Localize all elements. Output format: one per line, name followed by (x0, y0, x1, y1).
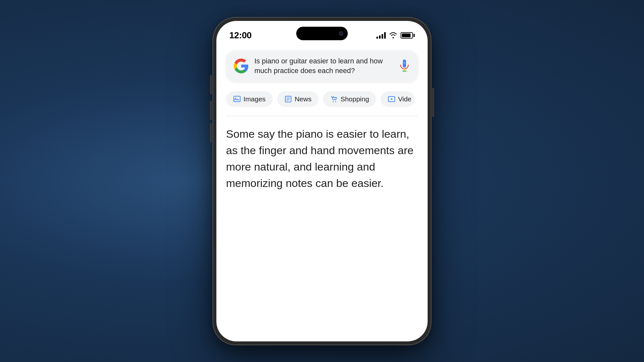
phone-wrapper: 12:00 (213, 17, 431, 345)
phone-frame: 12:00 (213, 17, 431, 345)
svg-marker-10 (391, 98, 393, 100)
svg-point-7 (333, 101, 334, 102)
camera-dot (339, 31, 343, 36)
content-area: Is piano or guitar easier to learn and h… (216, 44, 428, 341)
filter-tabs: Images News (226, 91, 418, 107)
tab-shopping[interactable]: Shopping (323, 91, 376, 107)
mic-icon[interactable] (398, 59, 411, 73)
dynamic-island (296, 27, 348, 40)
signal-icon (376, 32, 386, 39)
svg-point-2 (235, 98, 236, 99)
tab-videos[interactable]: Vide (381, 91, 415, 107)
shopping-icon (330, 95, 338, 103)
tab-images[interactable]: Images (226, 91, 273, 107)
status-icons (376, 32, 415, 39)
svg-point-8 (335, 101, 336, 102)
status-bar: 12:00 (216, 21, 428, 44)
google-logo (233, 58, 249, 74)
tab-news-label: News (295, 95, 312, 103)
ai-answer: Some say the piano is easier to learn, a… (226, 126, 418, 191)
search-query: Is piano or guitar easier to learn and h… (254, 56, 393, 76)
images-icon (233, 95, 241, 103)
status-time: 12:00 (229, 30, 251, 41)
battery-icon (401, 32, 415, 39)
phone-screen: 12:00 (216, 21, 428, 341)
tab-shopping-label: Shopping (340, 95, 369, 103)
search-bar[interactable]: Is piano or guitar easier to learn and h… (226, 51, 418, 82)
svg-point-0 (403, 62, 405, 64)
videos-icon (388, 95, 395, 103)
svg-rect-1 (234, 96, 240, 102)
tab-news[interactable]: News (277, 91, 319, 107)
wifi-icon (389, 32, 397, 39)
tab-videos-label: Vide (398, 95, 412, 103)
content-divider (226, 116, 418, 116)
news-icon (284, 95, 292, 103)
tab-images-label: Images (243, 95, 266, 103)
